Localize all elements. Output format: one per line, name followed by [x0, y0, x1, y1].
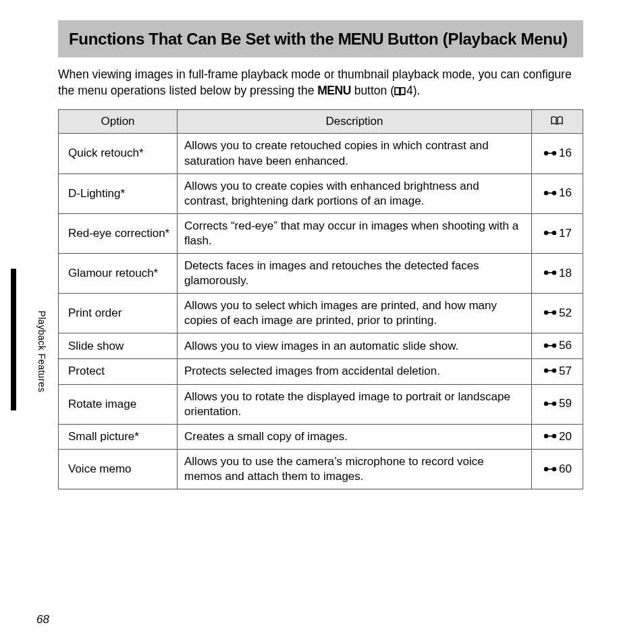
intro-text-end: ).: [413, 84, 421, 97]
svg-point-5: [552, 191, 556, 195]
option-cell: Quick retouch*: [59, 134, 178, 173]
reference-number: 59: [559, 398, 572, 410]
column-header-option: Option: [59, 110, 178, 134]
column-header-reference: [532, 110, 583, 134]
section-side-label: Playback Features: [36, 311, 47, 392]
table-row: Slide showAllows you to view images in a…: [59, 333, 583, 359]
reference-cell: 16: [532, 134, 583, 173]
reference-icon: [543, 226, 558, 241]
reference-icon: [543, 186, 558, 201]
option-cell: Protect: [59, 358, 178, 384]
column-header-description: Description: [178, 110, 532, 134]
intro-ref-number: 4: [406, 84, 413, 97]
svg-point-8: [552, 231, 556, 235]
reference-cell: 56: [532, 333, 583, 359]
description-cell: Detects faces in images and retouches th…: [178, 254, 532, 294]
reference-cell: 20: [532, 424, 583, 450]
menu-glyph: MENU: [317, 84, 351, 97]
section-tab-block: [11, 269, 16, 410]
option-cell: D-Lighting*: [59, 173, 178, 213]
reference-number: 16: [559, 147, 572, 160]
intro-text-mid: button (: [351, 84, 394, 97]
description-cell: Creates a small copy of images.: [178, 424, 532, 450]
option-cell: Small picture*: [59, 424, 178, 450]
table-row: Print orderAllows you to select which im…: [59, 294, 583, 333]
svg-point-11: [552, 271, 556, 275]
svg-point-17: [552, 344, 556, 348]
reference-number: 57: [559, 365, 572, 377]
reference-icon: [543, 429, 558, 444]
svg-point-23: [552, 402, 556, 406]
reference-icon: [543, 266, 558, 281]
svg-rect-7: [547, 232, 553, 234]
reference-cell: 17: [532, 213, 583, 253]
reference-number: 52: [559, 306, 572, 319]
options-table: Option Description Quick retouch*Allows …: [58, 109, 583, 489]
svg-rect-13: [547, 313, 553, 314]
table-row: Quick retouch*Allows you to create retou…: [59, 134, 583, 173]
svg-rect-1: [547, 153, 553, 154]
description-cell: Allows you to create copies with enhance…: [178, 173, 532, 213]
svg-rect-16: [547, 345, 553, 346]
svg-point-29: [552, 466, 556, 471]
option-cell: Print order: [59, 294, 178, 333]
svg-point-14: [552, 311, 556, 315]
reference-number: 18: [559, 267, 572, 279]
svg-rect-19: [547, 371, 553, 372]
reference-number: 17: [559, 227, 572, 240]
reference-icon: [543, 462, 558, 477]
table-row: ProtectProtects selected images from acc…: [59, 358, 583, 384]
reference-number: 16: [559, 187, 572, 200]
intro-text-1: When viewing images in full-frame playba…: [58, 68, 572, 97]
svg-point-20: [552, 369, 556, 373]
svg-point-26: [552, 434, 556, 438]
svg-rect-28: [547, 468, 553, 470]
book-icon: [394, 84, 406, 101]
option-cell: Glamour retouch*: [59, 254, 178, 294]
svg-rect-22: [547, 403, 553, 404]
reference-icon: [543, 339, 558, 354]
description-cell: Protects selected images from accidental…: [178, 358, 532, 384]
book-icon: [551, 115, 563, 129]
table-row: Small picture*Creates a small copy of im…: [59, 424, 583, 450]
table-row: Rotate imageAllows you to rotate the dis…: [59, 384, 583, 424]
intro-paragraph: When viewing images in full-frame playba…: [58, 67, 583, 100]
reference-cell: 18: [532, 254, 583, 294]
table-row: Red-eye correction*Corrects “red-eye” th…: [59, 213, 583, 253]
reference-cell: 16: [532, 173, 583, 213]
option-cell: Slide show: [59, 333, 178, 359]
svg-rect-25: [547, 435, 553, 437]
svg-point-2: [552, 151, 556, 155]
reference-icon: [543, 146, 558, 161]
reference-number: 20: [559, 430, 572, 443]
reference-number: 56: [559, 340, 572, 352]
page-title: Functions That Can Be Set with the MENU …: [58, 20, 583, 57]
reference-icon: [543, 364, 558, 379]
title-prefix: Functions That Can Be Set with the: [69, 30, 338, 48]
svg-rect-10: [547, 272, 553, 273]
table-row: D-Lighting*Allows you to create copies w…: [59, 173, 583, 213]
reference-icon: [543, 397, 558, 412]
reference-cell: 52: [532, 294, 583, 333]
description-cell: Allows you to use the camera’s microphon…: [178, 450, 532, 489]
table-header-row: Option Description: [59, 110, 583, 134]
reference-number: 60: [559, 463, 572, 476]
table-row: Voice memoAllows you to use the camera’s…: [59, 450, 583, 489]
reference-cell: 57: [532, 358, 583, 384]
menu-glyph: MENU: [338, 30, 383, 48]
table-row: Glamour retouch*Detects faces in images …: [59, 254, 583, 294]
reference-cell: 59: [532, 384, 583, 424]
description-cell: Corrects “red-eye” that may occur in ima…: [178, 213, 532, 253]
svg-rect-4: [547, 192, 553, 194]
reference-cell: 60: [532, 450, 583, 489]
page-content: Functions That Can Be Set with the MENU …: [58, 20, 583, 489]
reference-icon: [543, 306, 558, 321]
page-number: 68: [36, 613, 49, 626]
description-cell: Allows you to select which images are pr…: [178, 294, 532, 333]
description-cell: Allows you to create retouched copies in…: [178, 134, 532, 173]
description-cell: Allows you to view images in an automati…: [178, 333, 532, 359]
option-cell: Red-eye correction*: [59, 213, 178, 253]
title-suffix: Button (Playback Menu): [383, 30, 568, 48]
option-cell: Voice memo: [59, 450, 178, 489]
description-cell: Allows you to rotate the displayed image…: [178, 384, 532, 424]
